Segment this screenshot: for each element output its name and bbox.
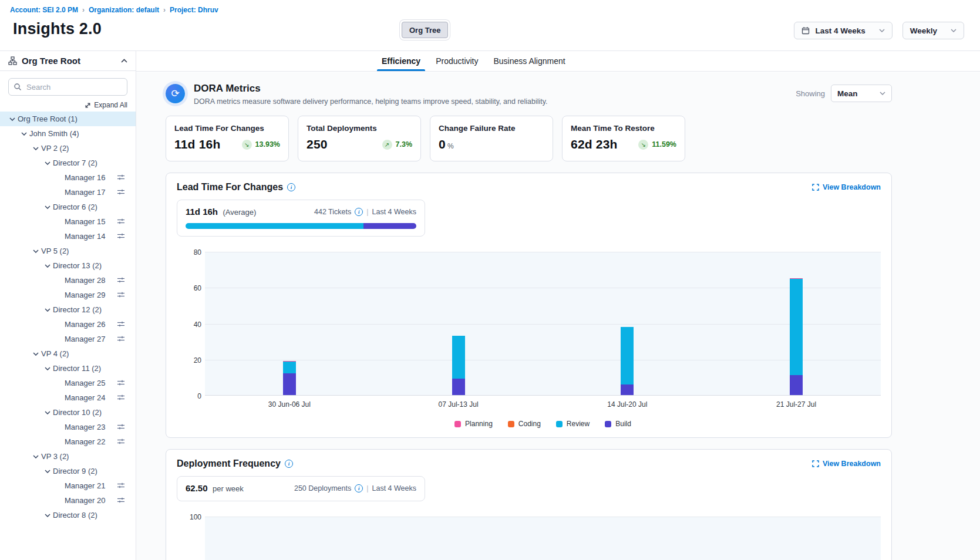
sliders-icon[interactable] [117,379,125,386]
tree-item[interactable]: Manager 20 [0,493,136,508]
insights-page: Account: SEI 2.0 PM›Organization: defaul… [0,0,980,560]
sliders-icon[interactable] [117,174,125,181]
tree-item[interactable]: VP 4 (2) [0,346,136,361]
sliders-icon[interactable] [117,188,125,195]
chevron-down-icon[interactable] [45,161,53,165]
info-icon[interactable]: i [285,460,293,468]
tree-item[interactable]: Director 13 (2) [0,258,136,273]
tree-item[interactable]: Manager 27 [0,332,136,346]
sliders-icon[interactable] [117,232,125,239]
chevron-down-icon[interactable] [45,470,53,473]
chevron-down-icon[interactable] [33,352,41,356]
sliders-icon[interactable] [117,482,125,489]
legend-item-review[interactable]: Review [556,420,590,428]
date-range-select[interactable]: Last 4 Weeks [794,22,892,39]
legend-item-coding[interactable]: Coding [508,420,541,428]
tree-item[interactable]: Director 8 (2) [0,508,136,522]
chevron-down-icon[interactable] [45,367,53,370]
tree-item[interactable]: John Smith (4) [0,126,136,141]
dora-metrics-icon: ⟳ [166,84,185,103]
tree-item-label: Manager 15 [65,217,105,226]
legend-swatch [508,421,514,427]
tree-item[interactable]: Org Tree Root (1) [0,112,136,126]
lead-time-summary-card: 11d 16h (Average) 442 Tickets i | Last 4… [177,200,425,237]
showing-select[interactable]: Mean [831,85,892,102]
tree-item[interactable]: VP 5 (2) [0,244,136,258]
tree-item[interactable]: Director 7 (2) [0,156,136,170]
trend-up-icon: ↗ [382,140,392,150]
legend-item-planning[interactable]: Planning [454,420,493,428]
metric-card-title: Lead Time For Changes [174,124,280,133]
sliders-icon[interactable] [117,497,125,504]
chevron-down-icon[interactable] [45,411,53,414]
sliders-icon[interactable] [117,276,125,284]
tree-item[interactable]: Director 10 (2) [0,405,136,420]
y-axis-tick: 80 [185,248,201,257]
y-axis-tick: 100 [185,513,201,521]
tree-item[interactable]: Manager 16 [0,170,136,185]
search-input[interactable] [8,78,127,96]
tree-item[interactable]: Manager 14 [0,229,136,244]
tree-item[interactable]: Director 11 (2) [0,361,136,376]
stacked-bar[interactable] [790,278,803,395]
deployment-view-breakdown[interactable]: View Breakdown [812,460,881,468]
tree-item[interactable]: Manager 25 [0,376,136,390]
tree-item[interactable]: Manager 22 [0,434,136,449]
tab-efficiency[interactable]: Efficiency [380,51,422,71]
chevron-up-icon[interactable] [121,59,127,63]
tree-item[interactable]: Manager 26 [0,317,136,332]
granularity-select[interactable]: Weekly [902,22,964,39]
chevron-down-icon[interactable] [33,249,41,253]
sliders-icon[interactable] [117,321,125,328]
breadcrumb-link[interactable]: Organization: default [89,6,159,14]
sliders-icon[interactable] [117,394,125,401]
sliders-icon[interactable] [117,335,125,342]
chevron-down-icon[interactable] [45,205,53,209]
chevron-down-icon[interactable] [45,308,53,312]
breadcrumb-link[interactable]: Project: Dhruv [170,6,218,14]
tree-item[interactable]: VP 2 (2) [0,141,136,156]
info-icon[interactable]: i [355,208,363,216]
tree-item[interactable]: VP 3 (2) [0,449,136,464]
trend-badge: ↗7.3% [382,140,413,150]
tree-item[interactable]: Manager 15 [0,214,136,229]
expand-all-button[interactable]: Expand All [85,101,127,109]
tree-item[interactable]: Manager 24 [0,390,136,405]
tab-business-alignment[interactable]: Business Alignment [493,51,567,71]
lead-time-title: Lead Time For Changes [177,182,283,193]
sliders-icon[interactable] [117,438,125,445]
tree-item[interactable]: Manager 21 [0,478,136,493]
tree-item[interactable]: Manager 17 [0,185,136,200]
stacked-bar[interactable] [283,361,296,395]
org-tree-toggle[interactable]: Org Tree [402,22,448,38]
trend-down-icon: ↘ [242,140,252,150]
chevron-down-icon[interactable] [33,455,41,458]
lead-time-view-breakdown[interactable]: View Breakdown [812,183,881,191]
stacked-bar[interactable] [621,327,634,395]
tab-productivity[interactable]: Productivity [435,51,479,71]
stacked-bar[interactable] [452,336,465,395]
bar-segment-review [452,336,465,379]
tree-item[interactable]: Director 12 (2) [0,302,136,317]
breadcrumb-link[interactable]: Account: SEI 2.0 PM [10,6,78,14]
sliders-icon[interactable] [117,291,125,298]
tree-item[interactable]: Manager 23 [0,420,136,434]
sliders-icon[interactable] [117,423,125,430]
sliders-icon[interactable] [117,218,125,225]
chevron-down-icon[interactable] [45,264,53,268]
chevron-down-icon[interactable] [21,132,29,136]
tree-item[interactable]: Director 6 (2) [0,200,136,214]
legend-item-build[interactable]: Build [605,420,631,428]
chevron-down-icon[interactable] [33,147,41,150]
content-scroll[interactable]: ⟳ DORA Metrics DORA metrics measure soft… [136,72,980,560]
tree-item[interactable]: Manager 29 [0,288,136,302]
tree-item[interactable]: Manager 28 [0,273,136,288]
chevron-down-icon[interactable] [45,514,53,517]
info-icon[interactable]: i [355,484,363,492]
sidebar-header: Org Tree Root [0,51,136,71]
info-icon[interactable]: i [287,183,295,191]
tree-item[interactable]: Director 9 (2) [0,464,136,478]
y-axis-tick: 40 [185,321,201,329]
tree-item-label: Manager 25 [65,379,105,387]
chevron-down-icon[interactable] [9,117,18,121]
